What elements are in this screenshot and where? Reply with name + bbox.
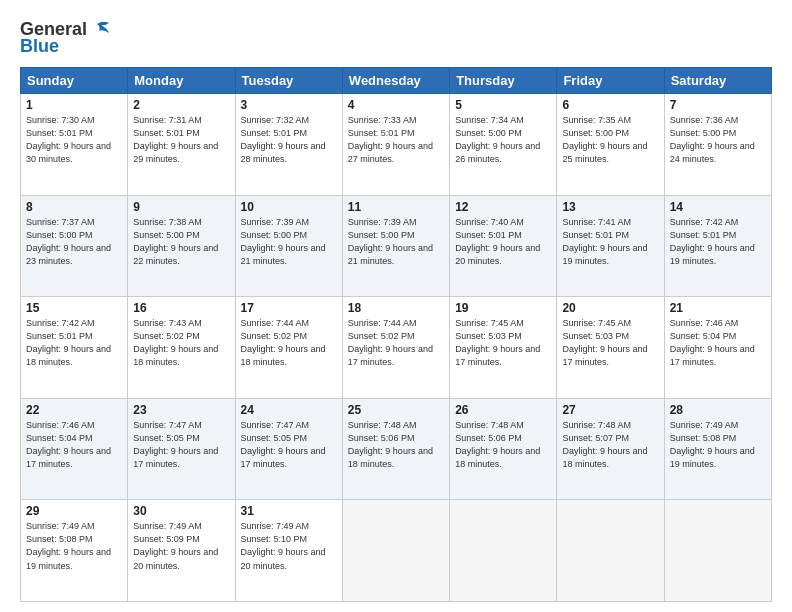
day-info: Sunrise: 7:42 AMSunset: 5:01 PMDaylight:…: [670, 217, 755, 266]
day-number: 17: [241, 301, 337, 315]
day-number: 24: [241, 403, 337, 417]
day-number: 18: [348, 301, 444, 315]
day-cell-5: 5Sunrise: 7:34 AMSunset: 5:00 PMDaylight…: [450, 94, 557, 196]
calendar-week-1: 1Sunrise: 7:30 AMSunset: 5:01 PMDaylight…: [21, 94, 772, 196]
day-cell-13: 13Sunrise: 7:41 AMSunset: 5:01 PMDayligh…: [557, 195, 664, 297]
day-cell-2: 2Sunrise: 7:31 AMSunset: 5:01 PMDaylight…: [128, 94, 235, 196]
day-info: Sunrise: 7:45 AMSunset: 5:03 PMDaylight:…: [455, 318, 540, 367]
col-saturday: Saturday: [664, 68, 771, 94]
day-number: 16: [133, 301, 229, 315]
day-info: Sunrise: 7:41 AMSunset: 5:01 PMDaylight:…: [562, 217, 647, 266]
day-info: Sunrise: 7:46 AMSunset: 5:04 PMDaylight:…: [670, 318, 755, 367]
day-cell-15: 15Sunrise: 7:42 AMSunset: 5:01 PMDayligh…: [21, 297, 128, 399]
day-number: 10: [241, 200, 337, 214]
day-cell-18: 18Sunrise: 7:44 AMSunset: 5:02 PMDayligh…: [342, 297, 449, 399]
day-number: 20: [562, 301, 658, 315]
day-info: Sunrise: 7:36 AMSunset: 5:00 PMDaylight:…: [670, 115, 755, 164]
day-info: Sunrise: 7:47 AMSunset: 5:05 PMDaylight:…: [133, 420, 218, 469]
day-cell-31: 31Sunrise: 7:49 AMSunset: 5:10 PMDayligh…: [235, 500, 342, 602]
calendar-week-3: 15Sunrise: 7:42 AMSunset: 5:01 PMDayligh…: [21, 297, 772, 399]
day-info: Sunrise: 7:35 AMSunset: 5:00 PMDaylight:…: [562, 115, 647, 164]
col-wednesday: Wednesday: [342, 68, 449, 94]
logo-blue: Blue: [20, 36, 59, 57]
day-info: Sunrise: 7:46 AMSunset: 5:04 PMDaylight:…: [26, 420, 111, 469]
day-number: 26: [455, 403, 551, 417]
day-cell-23: 23Sunrise: 7:47 AMSunset: 5:05 PMDayligh…: [128, 398, 235, 500]
col-sunday: Sunday: [21, 68, 128, 94]
day-info: Sunrise: 7:30 AMSunset: 5:01 PMDaylight:…: [26, 115, 111, 164]
day-info: Sunrise: 7:31 AMSunset: 5:01 PMDaylight:…: [133, 115, 218, 164]
day-number: 4: [348, 98, 444, 112]
day-cell-8: 8Sunrise: 7:37 AMSunset: 5:00 PMDaylight…: [21, 195, 128, 297]
day-number: 3: [241, 98, 337, 112]
day-number: 22: [26, 403, 122, 417]
day-cell-16: 16Sunrise: 7:43 AMSunset: 5:02 PMDayligh…: [128, 297, 235, 399]
day-cell-20: 20Sunrise: 7:45 AMSunset: 5:03 PMDayligh…: [557, 297, 664, 399]
day-cell-25: 25Sunrise: 7:48 AMSunset: 5:06 PMDayligh…: [342, 398, 449, 500]
day-cell-27: 27Sunrise: 7:48 AMSunset: 5:07 PMDayligh…: [557, 398, 664, 500]
day-cell-21: 21Sunrise: 7:46 AMSunset: 5:04 PMDayligh…: [664, 297, 771, 399]
empty-cell: [557, 500, 664, 602]
day-info: Sunrise: 7:48 AMSunset: 5:06 PMDaylight:…: [348, 420, 433, 469]
day-number: 8: [26, 200, 122, 214]
day-number: 12: [455, 200, 551, 214]
day-info: Sunrise: 7:33 AMSunset: 5:01 PMDaylight:…: [348, 115, 433, 164]
day-number: 21: [670, 301, 766, 315]
day-cell-7: 7Sunrise: 7:36 AMSunset: 5:00 PMDaylight…: [664, 94, 771, 196]
page: General Blue Sunday Monday Tuesday Wedne…: [0, 0, 792, 612]
day-number: 5: [455, 98, 551, 112]
day-cell-24: 24Sunrise: 7:47 AMSunset: 5:05 PMDayligh…: [235, 398, 342, 500]
col-friday: Friday: [557, 68, 664, 94]
day-info: Sunrise: 7:45 AMSunset: 5:03 PMDaylight:…: [562, 318, 647, 367]
day-cell-4: 4Sunrise: 7:33 AMSunset: 5:01 PMDaylight…: [342, 94, 449, 196]
day-number: 6: [562, 98, 658, 112]
day-info: Sunrise: 7:43 AMSunset: 5:02 PMDaylight:…: [133, 318, 218, 367]
day-number: 11: [348, 200, 444, 214]
day-cell-19: 19Sunrise: 7:45 AMSunset: 5:03 PMDayligh…: [450, 297, 557, 399]
day-info: Sunrise: 7:37 AMSunset: 5:00 PMDaylight:…: [26, 217, 111, 266]
empty-cell: [450, 500, 557, 602]
day-cell-1: 1Sunrise: 7:30 AMSunset: 5:01 PMDaylight…: [21, 94, 128, 196]
logo: General Blue: [20, 18, 111, 57]
day-number: 19: [455, 301, 551, 315]
day-number: 29: [26, 504, 122, 518]
day-number: 14: [670, 200, 766, 214]
day-number: 23: [133, 403, 229, 417]
day-cell-3: 3Sunrise: 7:32 AMSunset: 5:01 PMDaylight…: [235, 94, 342, 196]
day-info: Sunrise: 7:40 AMSunset: 5:01 PMDaylight:…: [455, 217, 540, 266]
calendar-week-2: 8Sunrise: 7:37 AMSunset: 5:00 PMDaylight…: [21, 195, 772, 297]
day-number: 9: [133, 200, 229, 214]
day-cell-14: 14Sunrise: 7:42 AMSunset: 5:01 PMDayligh…: [664, 195, 771, 297]
day-info: Sunrise: 7:49 AMSunset: 5:09 PMDaylight:…: [133, 521, 218, 570]
day-number: 28: [670, 403, 766, 417]
day-info: Sunrise: 7:32 AMSunset: 5:01 PMDaylight:…: [241, 115, 326, 164]
calendar-table: Sunday Monday Tuesday Wednesday Thursday…: [20, 67, 772, 602]
day-cell-9: 9Sunrise: 7:38 AMSunset: 5:00 PMDaylight…: [128, 195, 235, 297]
day-number: 30: [133, 504, 229, 518]
day-cell-30: 30Sunrise: 7:49 AMSunset: 5:09 PMDayligh…: [128, 500, 235, 602]
day-info: Sunrise: 7:49 AMSunset: 5:10 PMDaylight:…: [241, 521, 326, 570]
calendar-week-4: 22Sunrise: 7:46 AMSunset: 5:04 PMDayligh…: [21, 398, 772, 500]
day-cell-11: 11Sunrise: 7:39 AMSunset: 5:00 PMDayligh…: [342, 195, 449, 297]
col-tuesday: Tuesday: [235, 68, 342, 94]
day-number: 7: [670, 98, 766, 112]
day-info: Sunrise: 7:34 AMSunset: 5:00 PMDaylight:…: [455, 115, 540, 164]
day-info: Sunrise: 7:39 AMSunset: 5:00 PMDaylight:…: [241, 217, 326, 266]
day-info: Sunrise: 7:47 AMSunset: 5:05 PMDaylight:…: [241, 420, 326, 469]
day-info: Sunrise: 7:49 AMSunset: 5:08 PMDaylight:…: [670, 420, 755, 469]
calendar-week-5: 29Sunrise: 7:49 AMSunset: 5:08 PMDayligh…: [21, 500, 772, 602]
empty-cell: [342, 500, 449, 602]
day-cell-10: 10Sunrise: 7:39 AMSunset: 5:00 PMDayligh…: [235, 195, 342, 297]
day-cell-12: 12Sunrise: 7:40 AMSunset: 5:01 PMDayligh…: [450, 195, 557, 297]
day-cell-17: 17Sunrise: 7:44 AMSunset: 5:02 PMDayligh…: [235, 297, 342, 399]
empty-cell: [664, 500, 771, 602]
day-cell-22: 22Sunrise: 7:46 AMSunset: 5:04 PMDayligh…: [21, 398, 128, 500]
day-number: 27: [562, 403, 658, 417]
day-info: Sunrise: 7:39 AMSunset: 5:00 PMDaylight:…: [348, 217, 433, 266]
day-info: Sunrise: 7:48 AMSunset: 5:07 PMDaylight:…: [562, 420, 647, 469]
day-info: Sunrise: 7:48 AMSunset: 5:06 PMDaylight:…: [455, 420, 540, 469]
day-info: Sunrise: 7:44 AMSunset: 5:02 PMDaylight:…: [241, 318, 326, 367]
day-number: 31: [241, 504, 337, 518]
day-number: 15: [26, 301, 122, 315]
day-number: 13: [562, 200, 658, 214]
